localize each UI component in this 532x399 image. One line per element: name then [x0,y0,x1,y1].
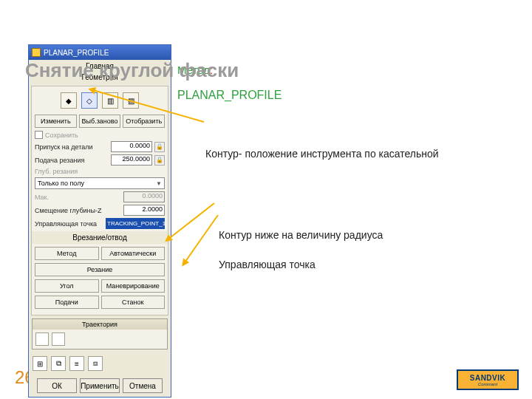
dialog-title: PLANAR_PROFILE [44,49,109,57]
edit-button[interactable]: Изменить [35,115,77,128]
cutting-button[interactable]: Резание [35,263,165,276]
ok-button[interactable]: ОК [37,378,77,393]
part-stock-input[interactable]: 0.0000 [111,141,152,152]
auto-button[interactable]: Автоматически [101,247,166,260]
feeds-button[interactable]: Подачи [35,296,99,309]
dialog-button-bar: ОК Применить Отмена [29,375,171,397]
annotation-contour-below: Контур ниже на величину радиуса [219,229,383,241]
slide-title: Снятие круглой фаски [25,59,239,82]
toolbar-icon-2[interactable]: ⧉ [51,356,66,371]
toolbar-icon-1[interactable]: ⊞ [33,356,47,371]
machine-button[interactable]: Станок [101,296,166,309]
geom-icon-2[interactable]: ◇ [81,92,98,109]
max-input: 0.0000 [123,191,165,202]
maneuver-button[interactable]: Маневрирование [101,279,166,293]
floor-only-value: Только по полу [38,180,84,187]
cancel-button[interactable]: Отмена [123,378,163,393]
arrow-to-z-offset [167,202,214,240]
logo-brand: SANDVIK [470,374,506,382]
z-offset-input[interactable]: 2.0000 [123,205,165,216]
chevron-down-icon: ▼ [156,180,162,187]
part-stock-label: Припуск на детали [35,143,109,151]
engage-section-label: Врезание/отвод [32,231,168,244]
max-label: Мак. [35,194,121,201]
annotation-contour-tangent: Контур- положение инструмента по касател… [205,148,439,160]
sandvik-logo: SANDVIK Coromant [457,369,519,390]
geom-icon-1[interactable]: ◆ [61,92,77,109]
dialog-titlebar[interactable]: PLANAR_PROFILE [29,45,171,60]
dialog-icon [32,48,41,57]
reselect-button[interactable]: Выб.заново [79,115,121,128]
dialog-toolbar: ⊞ ⧉ ≡ ⧈ [29,352,171,375]
control-point-value[interactable]: TRACKING_POINT_1 [106,218,165,229]
control-point-label: Управляющая точка [35,220,103,228]
feed-label: Подача резания [35,157,109,164]
toolbar-icon-4[interactable]: ⧈ [88,356,103,371]
logo-sub: Coromant [478,382,497,386]
save-label: Сохранить [45,132,165,139]
corner-button[interactable]: Угол [35,279,99,293]
method-button[interactable]: Метод [35,247,99,260]
trajectory-label: Траектория [33,319,167,330]
lock-icon[interactable]: 🔒 [154,142,165,152]
annotation-control-point: Управляющая точка [219,259,316,270]
cut-depth-label: Глуб. резания [35,168,165,175]
z-offset-label: Смещение глубины-Z [35,207,121,214]
lock-icon[interactable]: 🔒 [154,155,165,166]
feed-input[interactable]: 250.0000 [111,154,152,166]
toolbar-icon-3[interactable]: ≡ [69,356,84,371]
trajectory-panel: Траектория [32,318,168,349]
traj-icon-2[interactable] [52,332,65,346]
traj-icon-1[interactable] [35,332,49,346]
geometry-panel: ◆ ◇ ▥ ▨ Изменить Выб.заново Отобразить С… [31,86,168,316]
floor-only-dropdown[interactable]: Только по полу ▼ [35,177,165,189]
planar-profile-dialog: PLANAR_PROFILE Главная Геометрия ◆ ◇ ▥ ▨… [28,44,171,398]
save-checkbox[interactable] [35,131,43,139]
method-value: PLANAR_PROFILE [177,89,282,102]
apply-button[interactable]: Применить [80,378,120,393]
display-button[interactable]: Отобразить [123,115,165,128]
